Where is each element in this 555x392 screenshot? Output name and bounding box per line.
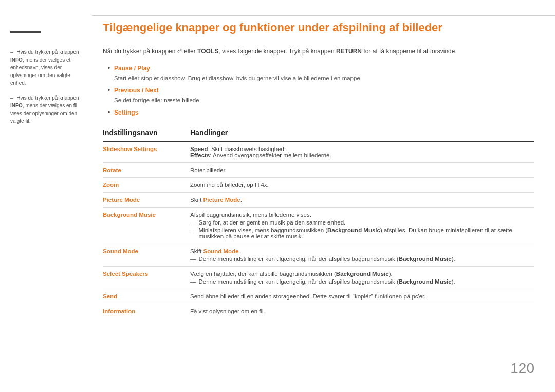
bg-music-note1: — Sørg for, at der er gemt en musik på d… [190, 219, 529, 226]
sound-mode-note: — Denne menuindstilling er kun tilgængel… [190, 256, 529, 262]
send-text: Send åbne billeder til en anden storagee… [190, 293, 426, 300]
select-speakers-note-text: Denne menuindstilling er kun tilgængelig… [199, 278, 455, 285]
row-name-rotate: Rotate [103, 163, 190, 178]
row-name-select-speakers: Select Speakers [103, 267, 190, 289]
sidebar-bar [10, 31, 41, 33]
picture-mode-text: Skift Picture Mode. [190, 197, 242, 203]
row-name-slideshow: Slideshow Settings [103, 141, 190, 163]
row-desc-sound-mode: Skift Sound Mode. — Denne menuindstillin… [190, 244, 534, 267]
slideshow-speed: Speed: Skift diasshowets hastighed. [190, 146, 286, 152]
row-name-bg-music: Background Music [103, 208, 190, 244]
page-title: Tilgængelige knapper og funktioner under… [103, 21, 534, 35]
row-desc-select-speakers: Vælg en højttaler, der kan afspille bagg… [190, 267, 534, 289]
bg-music-note2-text: Miniafspilleren vises, mens baggrundsmus… [199, 227, 530, 239]
row-name-information: Information [103, 304, 190, 319]
bullet-label-pause-play: Pause / Play [114, 65, 150, 72]
dash-icon: — [190, 219, 196, 226]
page-number: 120 [510, 360, 534, 377]
bg-music-note1-text: Sørg for, at der er gemt en musik på den… [199, 219, 346, 226]
row-desc-information: Få vist oplysninger om en fil. [190, 304, 534, 319]
picture-mode-link: Picture Mode [203, 197, 240, 203]
col-header-name: Indstillingsnavn [103, 125, 190, 141]
bg-music-main: Afspil baggrundsmusik, mens billederne v… [190, 212, 311, 218]
feature-list: Pause / Play Start eller stop et diassho… [103, 64, 534, 118]
sidebar-note-2: – Hvis du trykker på knappen INFO, mens … [10, 94, 82, 125]
table-row: Information Få vist oplysninger om en fi… [103, 304, 534, 319]
row-name-send: Send [103, 289, 190, 304]
bullet-settings: Settings [108, 108, 534, 117]
bullet-previous-next: Previous / Next Se det forrige eller næs… [108, 86, 534, 105]
table-row: Select Speakers Vælg en højttaler, der k… [103, 267, 534, 289]
row-desc-send: Send åbne billeder til en anden storagee… [190, 289, 534, 304]
col-header-actions: Handlinger [190, 125, 534, 141]
sidebar: – Hvis du trykker på knappen INFO, mens … [0, 0, 92, 392]
table-row: Rotate Roter billeder. [103, 163, 534, 178]
row-name-sound-mode: Sound Mode [103, 244, 190, 267]
intro-paragraph: Når du trykker på knappen ⏎ eller TOOLS,… [103, 47, 534, 57]
row-desc-rotate: Roter billeder. [190, 163, 534, 178]
bullet-desc-previous-next: Se det forrige eller næste billede. [114, 96, 534, 105]
dash-icon: — [190, 227, 196, 233]
main-content: Tilgængelige knapper og funktioner under… [92, 0, 555, 392]
table-row: Sound Mode Skift Sound Mode. — Denne men… [103, 244, 534, 267]
table-header: Indstillingsnavn Handlinger [103, 125, 534, 141]
row-name-picture-mode: Picture Mode [103, 193, 190, 208]
table-row: Slideshow Settings Speed: Skift diasshow… [103, 141, 534, 163]
top-line [92, 15, 555, 16]
sound-mode-text: Skift Sound Mode. [190, 248, 240, 254]
information-text: Få vist oplysninger om en fil. [190, 308, 265, 314]
bullet-desc-pause-play: Start eller stop et diasshow. Brug et di… [114, 74, 534, 83]
sound-mode-link: Sound Mode [203, 248, 239, 254]
sound-mode-note-text: Denne menuindstilling er kun tilgængelig… [199, 256, 455, 262]
table-row: Picture Mode Skift Picture Mode. [103, 193, 534, 208]
rotate-text: Roter billeder. [190, 167, 227, 173]
sidebar-note-1: – Hvis du trykker på knappen INFO, mens … [10, 48, 82, 87]
row-desc-zoom: Zoom ind på billeder, op til 4x. [190, 178, 534, 193]
bullet-pause-play: Pause / Play Start eller stop et diassho… [108, 64, 534, 83]
table-row: Send Send åbne billeder til en anden sto… [103, 289, 534, 304]
select-speakers-text: Vælg en højttaler, der kan afspille bagg… [190, 271, 393, 277]
select-speakers-note: — Denne menuindstilling er kun tilgængel… [190, 278, 529, 285]
zoom-text: Zoom ind på billeder, op til 4x. [190, 182, 269, 188]
dash-icon: — [190, 256, 196, 262]
row-name-zoom: Zoom [103, 178, 190, 193]
row-desc-bg-music: Afspil baggrundsmusik, mens billederne v… [190, 208, 534, 244]
table-row: Zoom Zoom ind på billeder, op til 4x. [103, 178, 534, 193]
dash-icon: — [190, 278, 196, 285]
slideshow-effects: Effects: Anvend overgangseffekter mellem… [190, 152, 331, 158]
bg-music-note2: — Miniafspilleren vises, mens baggrundsm… [190, 227, 529, 239]
table-row: Background Music Afspil baggrundsmusik, … [103, 208, 534, 244]
settings-table: Indstillingsnavn Handlinger Slideshow Se… [103, 125, 534, 319]
row-desc-picture-mode: Skift Picture Mode. [190, 193, 534, 208]
row-desc-slideshow: Speed: Skift diasshowets hastighed. Effe… [190, 141, 534, 163]
bullet-label-previous-next: Previous / Next [114, 87, 159, 94]
bullet-label-settings: Settings [114, 109, 138, 116]
